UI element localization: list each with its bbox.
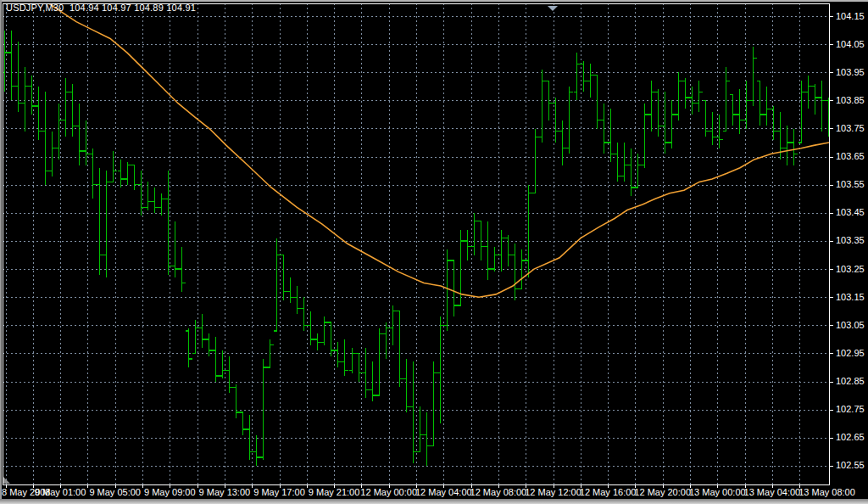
price-axis-label: 103.55: [836, 180, 865, 189]
price-axis-label: 103.05: [836, 321, 865, 330]
time-axis-label: 9 May 09:00: [144, 488, 196, 497]
chart-title-ohlc-readout: USDJPY,M30 104.94 104.97 104.89 104.91: [6, 3, 196, 13]
price-axis-label: 102.65: [836, 433, 865, 442]
price-axis-label: 104.05: [836, 40, 865, 49]
chart-begin-marker-icon: [3, 477, 10, 484]
price-axis-label: 103.95: [836, 68, 865, 77]
window-frame-top: [0, 0, 868, 2]
price-axis-label: 102.55: [836, 461, 865, 470]
price-axis-label: 102.75: [836, 405, 865, 414]
chart-window: USDJPY,M30 104.94 104.97 104.89 104.91 1…: [0, 0, 868, 504]
price-axis-label: 102.85: [836, 377, 865, 386]
moving-average-line: [47, 2, 829, 297]
price-axis-label: 103.35: [836, 236, 865, 245]
ohlc-bars: [2, 31, 832, 466]
price-axis-label: 103.85: [836, 96, 865, 105]
time-axis-label: 9 May 21:00: [309, 488, 360, 497]
time-axis-label: 12 May 04:00: [415, 488, 472, 497]
price-chart-canvas[interactable]: [0, 0, 868, 504]
time-axis-label: 12 May 00:00: [360, 488, 417, 497]
price-axis-label: 103.75: [836, 124, 865, 133]
price-axis-label: 103.65: [836, 152, 865, 161]
time-axis-label: 13 May 00:00: [689, 488, 746, 497]
price-axis-label: 103.45: [836, 208, 865, 217]
window-frame-left: [0, 0, 2, 504]
time-axis-label: 13 May 04:00: [744, 488, 801, 497]
window-frame-bottom: [0, 499, 868, 504]
time-axis-label: 12 May 08:00: [470, 488, 527, 497]
plot-border: [3, 4, 834, 489]
price-axis-label: 104.15: [836, 12, 865, 21]
time-axis-label: 9 May 13:00: [199, 488, 251, 497]
time-axis-label: 9 May 01:00: [35, 488, 86, 497]
time-axis-label: 9 May 05:00: [89, 488, 141, 497]
time-axis-label: 12 May 16:00: [580, 488, 637, 497]
time-axis-label: 9 May 17:00: [253, 488, 305, 497]
grid-lines: [3, 3, 829, 484]
time-axis-label: 12 May 12:00: [525, 488, 581, 497]
scroll-position-marker-icon: [548, 6, 558, 11]
price-axis-label: 103.25: [836, 265, 865, 274]
price-axis-label: 102.95: [836, 349, 865, 358]
price-axis-label: 103.15: [836, 293, 865, 302]
time-axis-label: 13 May 08:00: [798, 488, 855, 497]
time-axis-label: 12 May 20:00: [634, 488, 691, 497]
